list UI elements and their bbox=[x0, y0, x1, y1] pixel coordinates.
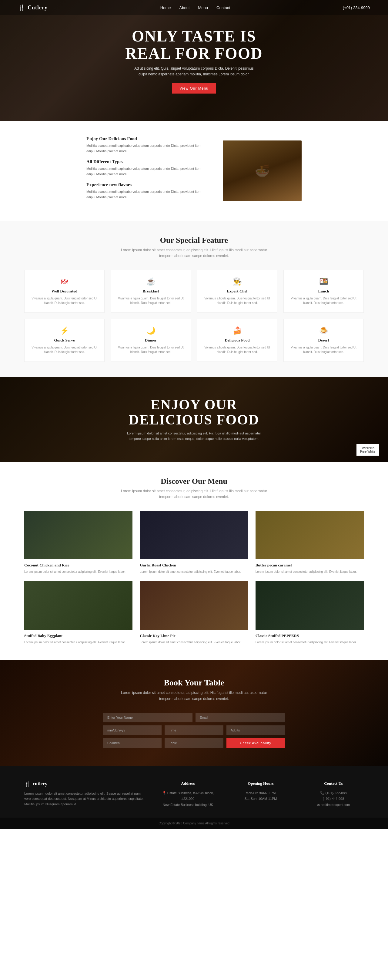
feature-text-3: Vivamus a ligula quam. Duis feugiat tort… bbox=[289, 296, 359, 305]
menu-item-desc-4: Lorem ipsum dolor sit amet consectetur a… bbox=[140, 640, 248, 644]
feature-card-7: 🍮 Desert Vivamus a ligula quam. Duis feu… bbox=[283, 319, 364, 362]
logo-icon: 🍴 bbox=[18, 4, 25, 11]
table-input[interactable] bbox=[164, 738, 223, 748]
feature-card-0: 🍽 Well Decorated Vivamus a ligula quam. … bbox=[24, 270, 105, 313]
footer-contact-content: 📞 (+01)-222-888 (+91)-444-998 ✉ realtime… bbox=[303, 790, 364, 808]
features-grid: 🍽 Well Decorated Vivamus a ligula quam. … bbox=[24, 270, 364, 362]
about-text-2: Mollitia placeat modi explicabo voluptat… bbox=[86, 166, 208, 177]
feature-icon-6: 🍰 bbox=[202, 326, 272, 335]
footer-contact-phone-icon: 📞 bbox=[320, 791, 324, 795]
feature-title-6: Delicious Food bbox=[202, 338, 272, 343]
about-text-3: Mollitia placeat modi explicabo voluptat… bbox=[86, 189, 208, 200]
footer-address-line1: Estate Business, #32845 block, #221090 bbox=[167, 791, 214, 801]
about-section: Enjoy Our Delicious Food Mollitia placea… bbox=[0, 121, 388, 221]
footer-hours-line1: Mon-Fri: 9AM-11PM bbox=[246, 791, 276, 795]
banner-text: Lorem ipsum dolor sit amet consectetur, … bbox=[124, 431, 264, 441]
feature-text-2: Vivamus a ligula quam. Duis feugiat tort… bbox=[202, 296, 272, 305]
menu-image-2 bbox=[255, 511, 364, 559]
nav-contact[interactable]: Contact bbox=[216, 5, 230, 10]
navbar: 🍴 Cutlery Home About Menu Contact (+01) … bbox=[0, 0, 388, 15]
footer-logo: 🍴 cutlery bbox=[24, 781, 145, 787]
check-availability-button[interactable]: Check Availability bbox=[227, 738, 285, 748]
hero-cta-button[interactable]: View Our Menu bbox=[172, 83, 216, 94]
footer-contact-email: realtimetexpert.com bbox=[321, 803, 350, 807]
booking-section: Book Your Table Lorem ipsum dolor sit am… bbox=[0, 660, 388, 766]
menu-item-3: Stuffed Baby Eggplant Lorem ipsum dolor … bbox=[24, 581, 133, 644]
feature-title-0: Well Decorated bbox=[29, 289, 99, 294]
feature-text-0: Vivamus a ligula quam. Duis feugiat tort… bbox=[29, 296, 99, 305]
feature-card-4: ⚡ Quick Serve Vivamus a ligula quam. Dui… bbox=[24, 319, 105, 362]
banner-section: ENJOY OUR DELICIOUS FOOD Lorem ipsum dol… bbox=[0, 377, 388, 462]
banner-corner-brand-name: TWININGS bbox=[360, 447, 375, 450]
footer-address-content: 📍 Estate Business, #32845 block, #221090… bbox=[158, 790, 218, 808]
time-input[interactable] bbox=[164, 725, 223, 735]
nav-about[interactable]: About bbox=[179, 5, 190, 10]
nav-links: Home About Menu Contact bbox=[160, 5, 230, 10]
feature-text-5: Vivamus a ligula quam. Duis feugiat tort… bbox=[116, 345, 186, 354]
footer-hours-title: Opening Hours bbox=[230, 781, 291, 786]
feature-text-1: Vivamus a ligula quam. Duis feugiat tort… bbox=[116, 296, 186, 305]
footer-contact-phone1: (+01)-222-888 bbox=[326, 791, 347, 795]
footer-contact-col: Contact Us 📞 (+01)-222-888 (+91)-444-998… bbox=[303, 781, 364, 808]
footer-address-title: Address bbox=[158, 781, 218, 786]
footer-brand: 🍴 cutlery Lorem ipsum, dolor sit amet co… bbox=[24, 781, 145, 808]
nav-menu[interactable]: Menu bbox=[198, 5, 208, 10]
date-input[interactable] bbox=[103, 725, 161, 735]
menu-grid: Coconut Chicken and Rice Lorem ipsum dol… bbox=[24, 511, 364, 644]
footer-address-col: Address 📍 Estate Business, #32845 block,… bbox=[158, 781, 218, 808]
feature-text-4: Vivamus a ligula quam. Duis feugiat tort… bbox=[29, 345, 99, 354]
feature-card-2: 👨‍🍳 Expert Chef Vivamus a ligula quam. D… bbox=[197, 270, 277, 313]
features-section: Our Special Feature Lorem ipsum dolor si… bbox=[0, 221, 388, 377]
menu-image-5 bbox=[255, 581, 364, 630]
banner-headline: ENJOY OUR DELICIOUS FOOD bbox=[124, 397, 264, 428]
footer-address-icon: 📍 bbox=[162, 791, 166, 795]
children-input[interactable] bbox=[103, 738, 161, 748]
hero-description: Ad ut sicing elit. Quis, aliquet volupta… bbox=[130, 66, 258, 77]
menu-item-desc-5: Lorem ipsum dolor sit amet consectetur a… bbox=[255, 640, 364, 644]
menu-item-desc-3: Lorem ipsum dolor sit amet consectetur a… bbox=[24, 640, 133, 644]
feature-title-4: Quick Serve bbox=[29, 338, 99, 343]
footer-top: 🍴 cutlery Lorem ipsum, dolor sit amet co… bbox=[0, 766, 388, 817]
menu-title: Discover Our Menu bbox=[24, 477, 364, 486]
menu-image-0 bbox=[24, 511, 133, 559]
logo-text: Cutlery bbox=[27, 5, 48, 11]
menu-item-desc-1: Lorem ipsum dolor sit amet consectetur a… bbox=[140, 570, 248, 574]
name-input[interactable] bbox=[103, 713, 193, 722]
footer-contact-email-icon: ✉ bbox=[317, 803, 320, 807]
about-image-inner: 🍜 bbox=[223, 140, 302, 201]
booking-row-1 bbox=[103, 713, 285, 722]
booking-form: Check Availability bbox=[103, 713, 285, 748]
about-image: 🍜 bbox=[223, 140, 302, 201]
menu-image-4 bbox=[140, 581, 248, 630]
feature-icon-5: 🌙 bbox=[116, 326, 186, 335]
about-title-1: Enjoy Our Delicious Food bbox=[86, 136, 208, 142]
footer-address-line2: New Estate Business building, UK bbox=[163, 803, 213, 807]
nav-phone: (+01) 234-9999 bbox=[343, 5, 370, 10]
feature-title-1: Breakfast bbox=[116, 289, 186, 294]
feature-icon-7: 🍮 bbox=[289, 326, 359, 335]
footer-logo-text: cutlery bbox=[33, 781, 47, 786]
footer-contact-title: Contact Us bbox=[303, 781, 364, 786]
feature-card-1: ☕ Breakfast Vivamus a ligula quam. Duis … bbox=[111, 270, 191, 313]
feature-icon-1: ☕ bbox=[116, 277, 186, 286]
feature-text-6: Vivamus a ligula quam. Duis feugiat tort… bbox=[202, 345, 272, 354]
feature-title-2: Expert Chef bbox=[202, 289, 272, 294]
feature-title-5: Dinner bbox=[116, 338, 186, 343]
menu-item-desc-0: Lorem ipsum dolor sit amet consectetur a… bbox=[24, 570, 133, 574]
footer-brand-desc: Lorem ipsum, dolor sit amet consectetur … bbox=[24, 791, 145, 807]
banner-corner-brand: TWININGS Pure White bbox=[356, 444, 379, 456]
email-input[interactable] bbox=[195, 713, 285, 722]
adults-input[interactable] bbox=[227, 725, 285, 735]
feature-card-6: 🍰 Delicious Food Vivamus a ligula quam. … bbox=[197, 319, 277, 362]
about-title-2: All Different Types bbox=[86, 159, 208, 164]
menu-item-1: Garlic Roast Chicken Lorem ipsum dolor s… bbox=[140, 511, 248, 574]
menu-item-title-0: Coconut Chicken and Rice bbox=[24, 563, 133, 568]
nav-home[interactable]: Home bbox=[160, 5, 171, 10]
menu-image-1 bbox=[140, 511, 248, 559]
hero-headline: ONLY TASTE IS REAL FOR FOOD bbox=[125, 27, 263, 62]
feature-card-5: 🌙 Dinner Vivamus a ligula quam. Duis feu… bbox=[111, 319, 191, 362]
hero-content: ONLY TASTE IS REAL FOR FOOD Ad ut sicing… bbox=[125, 27, 263, 94]
menu-section: Discover Our Menu Lorem ipsum dolor sit … bbox=[0, 462, 388, 660]
menu-item-5: Classic Stuffed PEPPERS Lorem ipsum dolo… bbox=[255, 581, 364, 644]
feature-icon-3: 🍱 bbox=[289, 277, 359, 286]
